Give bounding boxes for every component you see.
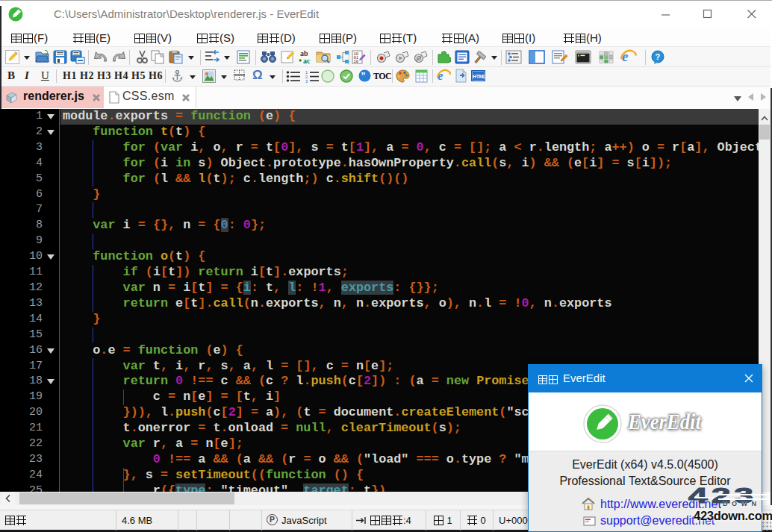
svg-text:HTML: HTML: [473, 74, 485, 79]
svg-text:ac: ac: [303, 57, 311, 65]
svg-text:3: 3: [305, 79, 308, 84]
svg-text:”: ”: [361, 71, 366, 81]
svg-text:?: ?: [656, 52, 661, 61]
svg-text:10: 10: [354, 59, 359, 64]
